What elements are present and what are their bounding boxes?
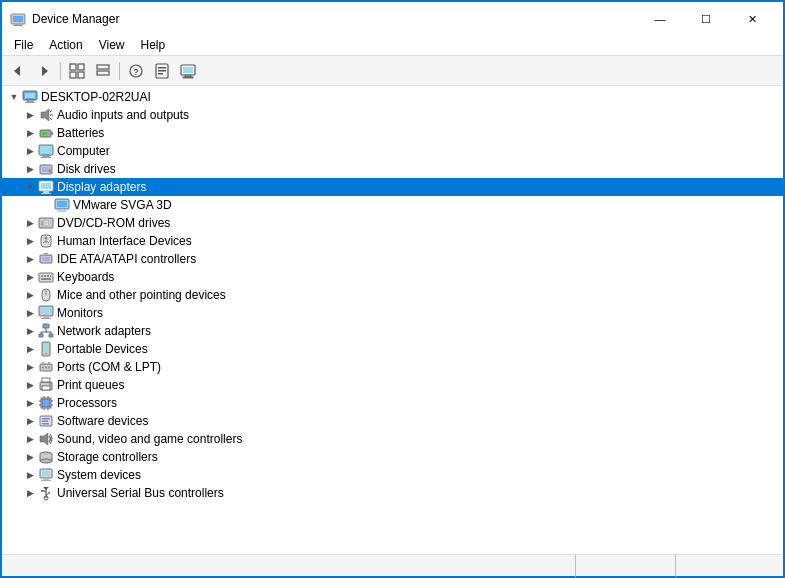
tree-row-computer[interactable]: ▶ Computer	[2, 142, 783, 160]
svg-rect-74	[49, 334, 53, 337]
forward-button[interactable]	[32, 60, 56, 82]
svg-rect-119	[41, 490, 44, 492]
mice-expander[interactable]: ▶	[22, 287, 38, 303]
title-bar-controls: — ☐ ✕	[637, 5, 775, 33]
svg-rect-59	[39, 273, 53, 282]
tree-row-usb[interactable]: ▶ Universal Serial Bus controllers	[2, 484, 783, 502]
system-icon	[38, 467, 54, 483]
svg-rect-115	[41, 480, 51, 481]
svg-rect-80	[44, 344, 48, 352]
svg-rect-104	[42, 421, 48, 423]
collapse-button[interactable]	[91, 60, 115, 82]
monitors-label: Monitors	[57, 306, 103, 320]
svg-rect-46	[57, 211, 67, 212]
usb-expander[interactable]: ▶	[22, 485, 38, 501]
usb-icon	[38, 485, 54, 501]
minimize-button[interactable]: —	[637, 5, 683, 33]
tree-row-network[interactable]: ▶ Network adapters	[2, 322, 783, 340]
tree-row-ide[interactable]: ▶ IDE ATA/ATAPI controllers	[2, 250, 783, 268]
svg-rect-16	[158, 70, 166, 72]
svg-line-27	[50, 110, 52, 112]
monitors-expander[interactable]: ▶	[22, 305, 38, 321]
display-expander[interactable]: ▼	[22, 179, 38, 195]
tree-row-disk[interactable]: ▶ Disk drives	[2, 160, 783, 178]
tree-row-storage[interactable]: ▶ Storage controllers	[2, 448, 783, 466]
processor-icon	[38, 395, 54, 411]
network-expander[interactable]: ▶	[22, 323, 38, 339]
tree-item-mice: ▶ Mice and other pointing devices	[2, 286, 783, 304]
svg-rect-9	[78, 72, 84, 78]
maximize-button[interactable]: ☐	[683, 5, 729, 33]
tree-row-sound[interactable]: ▶ Sound, video and game controllers	[2, 430, 783, 448]
properties-button[interactable]	[150, 60, 174, 82]
help-button[interactable]: ?	[124, 60, 148, 82]
svg-marker-4	[14, 66, 20, 76]
battery-icon	[38, 125, 54, 141]
software-icon	[38, 413, 54, 429]
tree-content[interactable]: ▼ DESKTOP-02R2UAI ▶	[2, 86, 783, 554]
svg-rect-25	[25, 93, 35, 98]
computer-tree-icon	[22, 89, 38, 105]
svg-line-29	[50, 118, 52, 120]
svg-rect-34	[43, 155, 49, 157]
batteries-expander[interactable]: ▶	[22, 125, 38, 141]
processors-expander[interactable]: ▶	[22, 395, 38, 411]
svg-rect-40	[41, 183, 51, 189]
tree-row-hid[interactable]: ▶ Human Interface Devices	[2, 232, 783, 250]
tree-item-computer: ▶ Computer	[2, 142, 783, 160]
system-expander[interactable]: ▶	[22, 467, 38, 483]
close-button[interactable]: ✕	[729, 5, 775, 33]
root-label: DESKTOP-02R2UAI	[41, 90, 151, 104]
tree-row-audio[interactable]: ▶ Audio inputs and outputs	[2, 106, 783, 124]
monitor-button[interactable]	[176, 60, 200, 82]
ports-expander[interactable]: ▶	[22, 359, 38, 375]
keyboards-expander[interactable]: ▶	[22, 269, 38, 285]
print-expander[interactable]: ▶	[22, 377, 38, 393]
audio-expander[interactable]: ▶	[22, 107, 38, 123]
svg-rect-20	[183, 77, 193, 78]
svg-rect-72	[43, 324, 49, 328]
tree-row-print[interactable]: ▶ Print queues	[2, 376, 783, 394]
dvd-label: DVD/CD-ROM drives	[57, 216, 170, 230]
show-hide-button[interactable]	[65, 60, 89, 82]
back-button[interactable]	[6, 60, 30, 82]
tree-row-processors[interactable]: ▶	[2, 394, 783, 412]
menu-action[interactable]: Action	[41, 36, 90, 54]
menu-view[interactable]: View	[91, 36, 133, 54]
storage-expander[interactable]: ▶	[22, 449, 38, 465]
tree-row-root[interactable]: ▼ DESKTOP-02R2UAI	[2, 88, 783, 106]
tree-item-usb: ▶ Universal Serial Bus controllers	[2, 484, 783, 502]
svg-point-49	[45, 222, 47, 224]
tree-row-ports[interactable]: ▶ Ports (COM & LPT)	[2, 358, 783, 376]
svg-rect-57	[42, 257, 50, 261]
tree-row-display[interactable]: ▼ Display adapters	[2, 178, 783, 196]
svg-rect-32	[42, 132, 47, 135]
menu-file[interactable]: File	[6, 36, 41, 54]
ide-expander[interactable]: ▶	[22, 251, 38, 267]
tree-row-keyboards[interactable]: ▶ Keyboards	[2, 268, 783, 286]
portable-icon	[38, 341, 54, 357]
tree-row-portable[interactable]: ▶ Portable Devices	[2, 340, 783, 358]
menu-help[interactable]: Help	[133, 36, 174, 54]
svg-rect-42	[41, 193, 51, 194]
svg-point-85	[48, 367, 50, 369]
dvd-expander[interactable]: ▶	[22, 215, 38, 231]
tree-row-dvd[interactable]: ▶ DVD/CD-ROM drives	[2, 214, 783, 232]
hid-expander[interactable]: ▶	[22, 233, 38, 249]
root-expander[interactable]: ▼	[6, 89, 22, 105]
tree-root: ▼ DESKTOP-02R2UAI	[2, 88, 783, 106]
software-expander[interactable]: ▶	[22, 413, 38, 429]
sound-expander[interactable]: ▶	[22, 431, 38, 447]
tree-row-software[interactable]: ▶ Software devices	[2, 412, 783, 430]
svg-rect-86	[42, 362, 44, 364]
computer-expander[interactable]: ▶	[22, 143, 38, 159]
tree-row-mice[interactable]: ▶ Mice and other pointing devices	[2, 286, 783, 304]
tree-row-batteries[interactable]: ▶ Batteries	[2, 124, 783, 142]
tree-item-keyboards: ▶ Keyboards	[2, 268, 783, 286]
portable-expander[interactable]: ▶	[22, 341, 38, 357]
tree-row-monitors[interactable]: ▶ Monitors	[2, 304, 783, 322]
tree-row-system[interactable]: ▶ System devices	[2, 466, 783, 484]
disk-expander[interactable]: ▶	[22, 161, 38, 177]
tree-row-vmware[interactable]: ▶ VMware SVGA 3D	[2, 196, 783, 214]
svg-rect-90	[42, 386, 50, 390]
